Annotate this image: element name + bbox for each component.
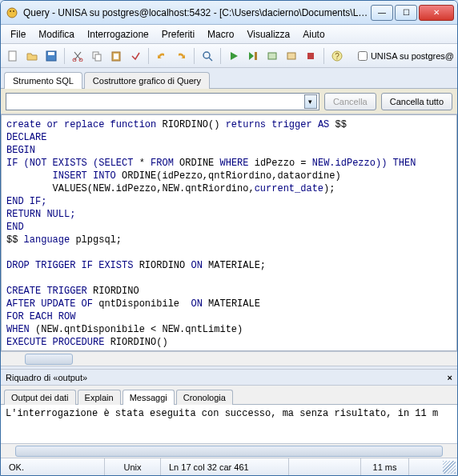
editor-hscrollbar[interactable] — [1, 351, 457, 366]
status-ok: OK. — [1, 458, 105, 475]
output-messages[interactable]: L'interrogazione è stata eseguita con su… — [1, 405, 457, 443]
tab-messages[interactable]: Messaggi — [123, 390, 175, 405]
open-icon[interactable] — [23, 47, 41, 65]
titlebar[interactable]: Query - UNISA su postgres@localhost:5432… — [1, 1, 457, 25]
explain-icon[interactable] — [263, 47, 281, 65]
main-tabbar: Strumento SQL Costruttore grafico di Que… — [1, 68, 457, 89]
svg-rect-17 — [307, 53, 314, 59]
output-pane-header: Riquadro di «output» × — [1, 370, 457, 386]
toolbar: ? UNISA su postgres@ — [1, 44, 457, 68]
menu-visualizza[interactable]: Visualizza — [240, 27, 296, 42]
scroll-thumb[interactable] — [15, 446, 443, 457]
menu-interrogazione[interactable]: Interrogazione — [81, 27, 155, 42]
svg-rect-14 — [255, 52, 257, 60]
statusbar: OK. Unix Ln 17 col 32 car 461 11 ms — [1, 458, 457, 475]
menu-preferiti[interactable]: Preferiti — [155, 27, 201, 42]
chevron-down-icon[interactable]: ▾ — [304, 94, 317, 109]
resize-grip[interactable] — [443, 461, 456, 474]
svg-point-12 — [203, 52, 210, 58]
save-icon[interactable] — [42, 47, 60, 65]
tab-output-data[interactable]: Output dei dati — [4, 390, 76, 405]
cut-icon[interactable] — [69, 47, 86, 65]
menu-modifica[interactable]: Modifica — [32, 27, 81, 42]
menubar: File Modifica Interrogazione Preferiti M… — [1, 25, 457, 44]
app-icon — [6, 6, 18, 19]
menu-file[interactable]: File — [4, 27, 32, 42]
explain-analyze-icon[interactable] — [283, 47, 300, 65]
copy-icon[interactable] — [88, 47, 106, 65]
connection-label: UNISA su postgres@ — [371, 51, 454, 61]
svg-text:?: ? — [335, 52, 339, 61]
minimize-button[interactable]: — — [371, 5, 393, 21]
svg-rect-11 — [114, 54, 119, 59]
status-cursor-position: Ln 17 col 32 car 461 — [161, 458, 289, 475]
find-icon[interactable] — [199, 47, 216, 65]
cancel-button[interactable]: Cancella — [324, 93, 376, 110]
menu-aiuto[interactable]: Aiuto — [296, 27, 331, 42]
tab-sql-tool[interactable]: Strumento SQL — [4, 72, 82, 89]
svg-rect-9 — [95, 54, 101, 61]
svg-rect-3 — [9, 51, 16, 61]
new-icon[interactable] — [4, 47, 22, 65]
output-tabbar: Output dei dati Explain Messaggi Cronolo… — [1, 386, 457, 405]
output-hscrollbar[interactable] — [1, 443, 457, 458]
history-combo[interactable]: ▾ — [6, 93, 319, 110]
scroll-thumb[interactable] — [25, 354, 73, 365]
run-pgscript-icon[interactable] — [244, 47, 262, 65]
connection-check-input[interactable] — [358, 51, 368, 61]
svg-line-13 — [209, 58, 212, 61]
redo-icon[interactable] — [172, 47, 190, 65]
maximize-button[interactable]: ☐ — [395, 5, 417, 21]
run-icon[interactable] — [225, 47, 243, 65]
svg-point-2 — [13, 10, 14, 12]
svg-point-0 — [7, 8, 17, 18]
status-encoding: Unix — [105, 458, 161, 475]
window-controls: — ☐ ✕ — [371, 5, 454, 21]
svg-rect-15 — [268, 53, 276, 59]
paste-icon[interactable] — [107, 47, 125, 65]
app-window: Query - UNISA su postgres@localhost:5432… — [0, 0, 458, 476]
tab-graphical-query[interactable]: Costruttore grafico di Query — [84, 72, 210, 89]
menu-macro[interactable]: Macro — [201, 27, 240, 42]
connection-checkbox[interactable]: UNISA su postgres@ — [358, 51, 454, 61]
tab-explain[interactable]: Explain — [78, 390, 121, 405]
svg-rect-16 — [287, 53, 295, 59]
cancel-all-button[interactable]: Cancella tutto — [381, 93, 452, 110]
clear-icon[interactable] — [127, 47, 144, 65]
output-title: Riquadro di «output» — [6, 373, 87, 382]
output-close-icon[interactable]: × — [448, 373, 452, 382]
tab-history[interactable]: Cronologia — [176, 390, 233, 405]
svg-rect-5 — [48, 52, 54, 55]
stop-icon[interactable] — [302, 47, 319, 65]
help-icon[interactable]: ? — [328, 47, 346, 65]
query-control-row: ▾ Cancella Cancella tutto — [1, 89, 457, 114]
undo-icon[interactable] — [153, 47, 171, 65]
sql-editor[interactable]: create or replace function RIORDINO() re… — [1, 114, 457, 351]
window-title: Query - UNISA su postgres@localhost:5432… — [23, 7, 371, 18]
svg-point-1 — [10, 10, 11, 12]
status-time: 11 ms — [361, 458, 409, 475]
close-button[interactable]: ✕ — [419, 5, 454, 21]
